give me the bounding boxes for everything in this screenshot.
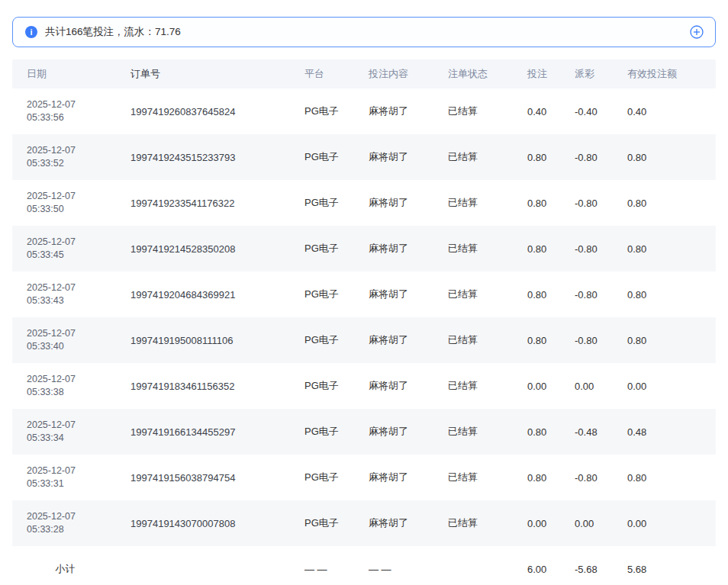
cell-valid-bet: 0.80 <box>615 243 716 255</box>
cell-status: 已结算 <box>436 242 515 256</box>
summary-text: 共计166笔投注，流水：71.76 <box>45 25 181 39</box>
cell-platform: PG电子 <box>292 150 356 164</box>
cell-date: 2025-12-07 05:33:45 <box>12 236 118 262</box>
cell-valid-bet: 0.00 <box>615 381 716 392</box>
cell-bet-amount: 0.00 <box>515 381 562 392</box>
cell-bet-content: 麻将胡了 <box>356 288 436 301</box>
cell-order-number: 1997419233541176322 <box>118 198 292 209</box>
header-bet: 投注 <box>515 67 562 81</box>
cell-bet-content: 麻将胡了 <box>356 150 436 164</box>
cell-date-day: 2025-12-07 <box>27 510 118 523</box>
cell-valid-bet: 0.00 <box>615 518 716 529</box>
cell-bet-amount: 0.80 <box>515 335 562 346</box>
cell-date: 2025-12-07 05:33:34 <box>12 419 118 445</box>
cell-status: 已结算 <box>436 516 515 530</box>
cell-payout: 0.00 <box>562 518 615 529</box>
cell-date-day: 2025-12-07 <box>27 281 118 294</box>
bets-table: 日期 订单号 平台 投注内容 注单状态 投注 派彩 有效投注额 2025-12-… <box>12 59 716 585</box>
cell-platform: PG电子 <box>292 288 356 301</box>
cell-date-day: 2025-12-07 <box>27 419 118 432</box>
subtotal-row: 小计 — — — — 6.00 -5.68 5.68 <box>12 546 716 585</box>
cell-date-time: 05:33:52 <box>27 157 118 170</box>
cell-date: 2025-12-07 05:33:28 <box>12 510 118 536</box>
cell-platform: PG电子 <box>292 196 356 210</box>
cell-bet-amount: 0.80 <box>515 198 562 209</box>
cell-platform: PG电子 <box>292 333 356 347</box>
circle-plus-icon[interactable] <box>689 24 704 40</box>
header-date: 日期 <box>12 67 118 81</box>
cell-order-number: 1997419195008111106 <box>118 335 292 346</box>
header-payout: 派彩 <box>562 67 615 81</box>
cell-order-number: 1997419156038794754 <box>118 472 292 484</box>
table-row: 2025-12-07 05:33:50 1997419233541176322 … <box>12 180 716 226</box>
cell-date: 2025-12-07 05:33:52 <box>12 144 118 170</box>
cell-date-time: 05:33:43 <box>27 294 118 307</box>
cell-date-time: 05:33:50 <box>27 203 118 216</box>
cell-order-number: 1997419243515233793 <box>118 152 292 163</box>
subtotal-platform-dash: — — <box>292 564 356 575</box>
cell-date: 2025-12-07 05:33:50 <box>12 190 118 216</box>
cell-bet-amount: 0.40 <box>515 106 562 117</box>
cell-bet-content: 麻将胡了 <box>356 471 436 484</box>
subtotal-content-dash: — — <box>356 564 436 575</box>
cell-platform: PG电子 <box>292 242 356 256</box>
cell-payout: -0.48 <box>562 426 615 438</box>
cell-valid-bet: 0.80 <box>615 335 716 346</box>
header-content: 投注内容 <box>356 67 436 81</box>
cell-status: 已结算 <box>436 425 515 439</box>
subtotal-valid-bet: 5.68 <box>615 564 716 575</box>
cell-platform: PG电子 <box>292 471 356 484</box>
cell-date-day: 2025-12-07 <box>27 190 118 203</box>
summary-banner: i 共计166笔投注，流水：71.76 <box>12 17 716 47</box>
cell-date-time: 05:33:31 <box>27 477 118 490</box>
cell-valid-bet: 0.40 <box>615 106 716 117</box>
cell-bet-content: 麻将胡了 <box>356 242 436 256</box>
info-icon: i <box>25 26 37 38</box>
subtotal-payout: -5.68 <box>562 564 615 575</box>
cell-status: 已结算 <box>436 104 515 118</box>
table-row: 2025-12-07 05:33:34 1997419166134455297 … <box>12 409 716 455</box>
cell-date-time: 05:33:56 <box>27 111 118 124</box>
cell-bet-content: 麻将胡了 <box>356 425 436 439</box>
cell-valid-bet: 0.80 <box>615 198 716 209</box>
cell-valid-bet: 0.48 <box>615 426 716 438</box>
header-valid-bet: 有效投注额 <box>615 67 716 81</box>
header-platform: 平台 <box>292 67 356 81</box>
cell-bet-content: 麻将胡了 <box>356 104 436 118</box>
table-row: 2025-12-07 05:33:56 1997419260837645824 … <box>12 88 716 134</box>
cell-platform: PG电子 <box>292 425 356 439</box>
cell-bet-content: 麻将胡了 <box>356 379 436 393</box>
cell-valid-bet: 0.80 <box>615 152 716 163</box>
cell-valid-bet: 0.80 <box>615 289 716 301</box>
cell-date: 2025-12-07 05:33:43 <box>12 281 118 307</box>
cell-order-number: 1997419260837645824 <box>118 106 292 117</box>
cell-platform: PG电子 <box>292 516 356 530</box>
header-order: 订单号 <box>118 67 292 81</box>
cell-date-time: 05:33:34 <box>27 432 118 445</box>
betting-records-page: i 共计166笔投注，流水：71.76 日期 订单号 平台 投注内容 注单状态 … <box>0 0 728 585</box>
cell-status: 已结算 <box>436 288 515 301</box>
cell-status: 已结算 <box>436 379 515 393</box>
cell-bet-content: 麻将胡了 <box>356 196 436 210</box>
cell-order-number: 1997419143070007808 <box>118 518 292 529</box>
cell-platform: PG电子 <box>292 379 356 393</box>
cell-payout: -0.80 <box>562 243 615 255</box>
cell-date: 2025-12-07 05:33:31 <box>12 464 118 490</box>
cell-date-day: 2025-12-07 <box>27 98 118 111</box>
cell-platform: PG电子 <box>292 104 356 118</box>
cell-order-number: 1997419166134455297 <box>118 426 292 438</box>
cell-bet-amount: 0.80 <box>515 243 562 255</box>
cell-date-day: 2025-12-07 <box>27 236 118 249</box>
cell-payout: -0.80 <box>562 152 615 163</box>
cell-date-day: 2025-12-07 <box>27 144 118 157</box>
cell-status: 已结算 <box>436 333 515 347</box>
table-row: 2025-12-07 05:33:40 1997419195008111106 … <box>12 317 716 363</box>
table-row: 2025-12-07 05:33:28 1997419143070007808 … <box>12 500 716 546</box>
cell-date-day: 2025-12-07 <box>27 373 118 386</box>
table-header-row: 日期 订单号 平台 投注内容 注单状态 投注 派彩 有效投注额 <box>12 59 716 88</box>
subtotal-label: 小计 <box>12 562 118 576</box>
cell-bet-amount: 0.00 <box>515 518 562 529</box>
cell-order-number: 1997419183461156352 <box>118 381 292 392</box>
cell-payout: -0.40 <box>562 106 615 117</box>
table-body: 2025-12-07 05:33:56 1997419260837645824 … <box>12 88 716 546</box>
